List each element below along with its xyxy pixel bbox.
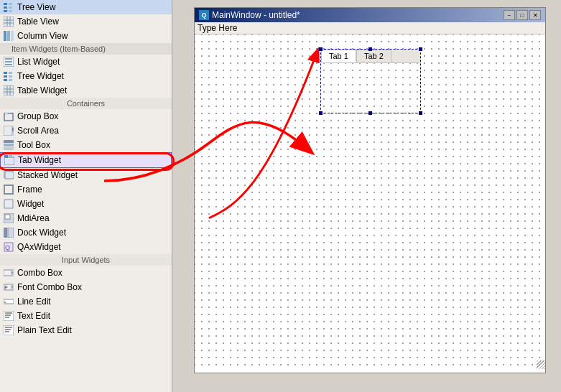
resize-handle[interactable] — [537, 360, 545, 369]
tab-widget-icon[interactable]: Tab Widget — [0, 152, 172, 168]
svg-rect-21 — [9, 72, 12, 74]
column-view-icon — [3, 30, 14, 42]
sidebar-section-3: Item Widgets (Item-Based) — [0, 43, 172, 55]
line-edit-icon[interactable]: Line Edit — [0, 294, 172, 309]
svg-rect-35 — [4, 144, 14, 146]
group-box-icon — [3, 111, 14, 122]
font-combo-box-icon: F — [3, 281, 14, 293]
sidebar-label-0: Tree View — [17, 2, 55, 12]
combo-box-icon — [3, 267, 14, 279]
sidebar: Tree ViewTable ViewColumn ViewItem Widge… — [0, 0, 172, 392]
svg-rect-63 — [4, 325, 14, 335]
sidebar-label-12: Stacked Widget — [17, 170, 78, 180]
tab-widget-icon — [4, 154, 15, 166]
svg-rect-38 — [4, 155, 8, 158]
dock-widget-icon — [3, 227, 14, 238]
svg-rect-42 — [4, 185, 13, 194]
subsection-label-3: Item Widgets (Item-Based) — [11, 45, 106, 53]
column-view-icon[interactable]: Column View — [0, 29, 172, 43]
widget-icon[interactable]: Widget — [0, 197, 172, 211]
svg-rect-22 — [9, 75, 12, 78]
svg-rect-20 — [4, 79, 7, 81]
tab-header: Tab 1 Tab 2 — [321, 50, 420, 63]
tab-2[interactable]: Tab 2 — [356, 50, 391, 62]
frame-icon[interactable]: Frame — [0, 182, 172, 197]
sidebar-label-13: Frame — [17, 185, 42, 195]
inner-menubar[interactable]: Type Here — [195, 22, 545, 34]
sidebar-label-4: List Widget — [17, 57, 60, 67]
svg-rect-3 — [9, 3, 12, 5]
qax-widget-icon: Q — [3, 241, 14, 253]
dock-widget-icon[interactable]: Dock Widget — [0, 225, 172, 240]
tab-widget-design[interactable]: Tab 1 Tab 2 — [320, 49, 421, 113]
svg-rect-41 — [5, 172, 14, 179]
sidebar-section-7: Containers — [0, 98, 172, 109]
table-view-icon[interactable]: Table View — [0, 14, 172, 29]
tool-box-icon — [3, 139, 14, 151]
titlebar-buttons: − □ ✕ — [504, 10, 541, 20]
handle-bl — [319, 111, 323, 115]
sidebar-label-1: Table View — [17, 17, 59, 27]
stacked-widget-icon — [3, 169, 14, 181]
scroll-area-icon[interactable]: Scroll Area — [0, 123, 172, 138]
group-box-icon[interactable]: Group Box — [0, 109, 172, 123]
handle-tr — [419, 47, 422, 51]
line-edit-icon — [3, 296, 14, 307]
tool-box-icon[interactable]: Tool Box — [0, 138, 172, 152]
minimize-button[interactable]: − — [504, 10, 515, 20]
sidebar-label-5: Tree Widget — [17, 71, 64, 81]
tree-view-icon[interactable]: Tree View — [0, 0, 172, 14]
svg-rect-0 — [4, 3, 7, 5]
list-widget-icon — [3, 56, 14, 67]
svg-rect-39 — [9, 155, 12, 158]
table-widget-icon[interactable]: Table Widget — [0, 83, 172, 98]
svg-rect-33 — [12, 128, 14, 131]
svg-rect-59 — [4, 311, 14, 321]
font-combo-box-icon[interactable]: FFont Combo Box — [0, 280, 172, 294]
svg-rect-45 — [5, 215, 10, 219]
svg-rect-2 — [4, 10, 7, 12]
frame-icon — [3, 184, 14, 195]
sidebar-section-18: Input Widgets — [0, 254, 172, 266]
sidebar-label-9: Scroll Area — [17, 126, 59, 136]
svg-rect-47 — [8, 228, 14, 238]
svg-text:Q: Q — [5, 244, 10, 251]
sidebar-label-6: Table Widget — [17, 85, 67, 95]
text-edit-icon — [3, 310, 14, 322]
close-button[interactable]: ✕ — [529, 10, 541, 20]
mdi-area-icon[interactable]: MdiArea — [0, 211, 172, 225]
sidebar-label-11: Tab Widget — [18, 155, 61, 165]
scroll-area-icon — [3, 125, 14, 136]
sidebar-label-20: Font Combo Box — [17, 282, 82, 292]
inner-titlebar: Q MainWindow - untitled* − □ ✕ — [195, 8, 545, 22]
restore-button[interactable]: □ — [516, 10, 528, 20]
handle-tc — [368, 47, 372, 51]
sidebar-label-21: Line Edit — [17, 297, 51, 307]
list-widget-icon[interactable]: List Widget — [0, 55, 172, 69]
svg-rect-36 — [4, 147, 14, 150]
svg-rect-18 — [4, 72, 7, 74]
stacked-widget-icon[interactable]: Stacked Widget — [0, 168, 172, 182]
text-edit-icon[interactable]: Text Edit — [0, 309, 172, 323]
plain-text-edit-icon — [3, 325, 14, 336]
inner-window: Q MainWindow - untitled* − □ ✕ Type Here — [194, 7, 546, 373]
plain-text-edit-icon[interactable]: Plain Text Edit — [0, 323, 172, 337]
svg-rect-5 — [9, 10, 12, 12]
svg-rect-30 — [5, 112, 8, 115]
qax-widget-icon[interactable]: QQAxWidget — [0, 240, 172, 254]
sidebar-label-17: QAxWidget — [17, 242, 61, 252]
design-canvas[interactable]: Tab 1 Tab 2 — [195, 34, 545, 369]
svg-rect-13 — [11, 31, 14, 41]
tree-widget-icon[interactable]: Tree Widget — [0, 69, 172, 83]
widget-icon — [3, 198, 14, 210]
combo-box-icon[interactable]: Combo Box — [0, 266, 172, 280]
tab-1[interactable]: Tab 1 — [321, 50, 356, 62]
qt-icon: Q — [199, 10, 209, 20]
sidebar-label-23: Plain Text Edit — [17, 325, 72, 335]
svg-rect-12 — [7, 31, 10, 41]
mdi-area-icon — [3, 213, 14, 224]
svg-rect-46 — [4, 228, 7, 238]
sidebar-label-15: MdiArea — [17, 213, 50, 223]
handle-br — [419, 111, 422, 115]
svg-rect-4 — [9, 6, 12, 9]
